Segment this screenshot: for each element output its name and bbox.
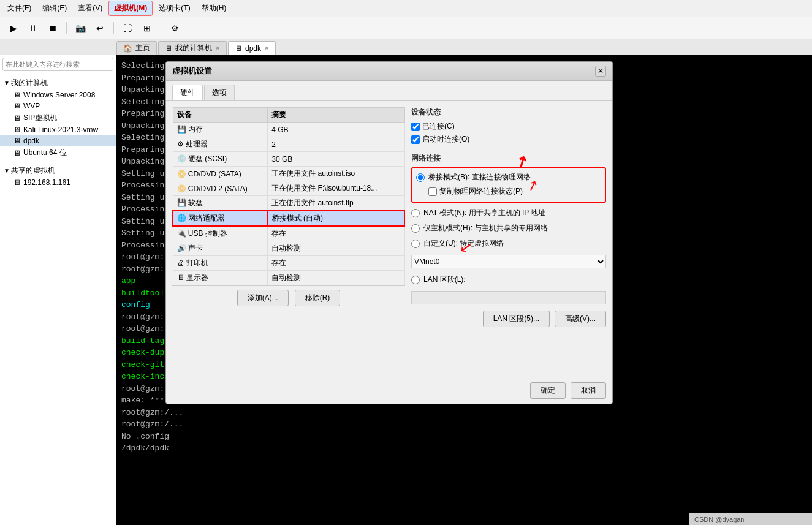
toolbar-btn-stop[interactable]: ⏹: [44, 20, 61, 37]
lan-section: LAN 区段(L):: [411, 273, 606, 304]
hostonly-radio-row: 仅主机模式(H): 与主机共享的专用网络: [411, 222, 606, 235]
toolbar-btn-restore[interactable]: ↩: [91, 20, 108, 37]
ok-button[interactable]: 确定: [530, 382, 566, 399]
device-row-display[interactable]: 🖥 显示器 自动检测: [173, 271, 404, 285]
device-row-hdd[interactable]: 💿 硬盘 (SCSI) 30 GB: [173, 152, 404, 167]
device-row-cdvd1[interactable]: 📀 CD/DVD (SATA) 正在使用文件 autoinst.iso: [173, 167, 404, 181]
wvp-icon: 🖥: [13, 102, 21, 110]
toolbar-btn-fullscreen[interactable]: ⛶: [119, 20, 136, 37]
device-row-sound[interactable]: 🔊 声卡 自动检测: [173, 241, 404, 256]
tab-mycomputer[interactable]: 🖥 我的计算机 ✕: [158, 41, 227, 55]
device-table: 设备 摘要 💾 内存 4 GB ⚙ 处理器: [172, 107, 405, 285]
device-row-network[interactable]: 🌐 网络适配器 桥接模式 (自动): [173, 211, 404, 226]
toolbar-separator-2: [113, 22, 114, 34]
device-row-printer[interactable]: 🖨 打印机 存在: [173, 256, 404, 271]
custom-radio[interactable]: [411, 240, 420, 248]
wvp-label: WVP: [23, 102, 40, 110]
menu-file[interactable]: 文件(F): [2, 1, 36, 15]
tab-home-icon: 🏠: [123, 44, 132, 53]
tab-dpdk[interactable]: 🖥 dpdk ✕: [228, 41, 276, 55]
tab-home-label: 主页: [135, 43, 150, 53]
menu-tab[interactable]: 选项卡(T): [154, 1, 195, 15]
toolbar-separator-1: [66, 22, 67, 34]
expand-icon-mycomputer: ▼: [4, 80, 10, 86]
search-input[interactable]: [2, 58, 113, 71]
menu-vm[interactable]: 虚拟机(M): [108, 1, 153, 16]
device-floppy-summary: 正在使用文件 autoinst.flp: [268, 196, 404, 211]
dialog-tab-options[interactable]: 选项: [204, 85, 235, 100]
lan-radio-row: LAN 区段(L):: [411, 273, 606, 286]
add-device-button[interactable]: 添加(A)...: [237, 290, 289, 306]
dialog-tabs: 硬件 选项: [166, 81, 612, 101]
sidebar-item-kali[interactable]: 🖥 Kali-Linux-2021.3-vmw: [0, 124, 116, 135]
advanced-button[interactable]: 高级(V)...: [555, 311, 606, 327]
autoconnect-label: 启动时连接(O): [422, 134, 469, 145]
menu-edit[interactable]: 编辑(E): [37, 1, 72, 15]
sidebar-item-192[interactable]: 🖥 192.168.1.161: [0, 177, 116, 188]
shared-vm-label: 192.168.1.161: [23, 178, 70, 187]
device-printer-summary: 存在: [268, 256, 404, 271]
sidebar-group-shared[interactable]: ▼ 共享的虚拟机: [0, 164, 116, 177]
sidebar-search-container: [0, 55, 116, 74]
device-row-floppy[interactable]: 💾 软盘 正在使用文件 autoinst.flp: [173, 196, 404, 211]
device-row-usb[interactable]: 🔌 USB 控制器 存在: [173, 226, 404, 241]
sidebar-item-sip[interactable]: 🖥 SIP虚拟机: [0, 111, 116, 124]
device-row-cpu[interactable]: ⚙ 处理器 2: [173, 137, 404, 152]
device-footer: 添加(A)... 移除(R): [172, 285, 405, 310]
dialog-tab-hardware[interactable]: 硬件: [172, 85, 203, 100]
tab-dpdk-close[interactable]: ✕: [264, 45, 269, 51]
sidebar-item-wvp[interactable]: 🖥 WVP: [0, 100, 116, 111]
sidebar: ▼ 我的计算机 🖥 Windows Server 2008 🖥 WVP 🖥 SI…: [0, 55, 116, 525]
hostonly-radio[interactable]: [411, 224, 420, 233]
bridge-radio[interactable]: [416, 173, 425, 182]
replicate-row: 复制物理网络连接状态(P): [416, 186, 601, 197]
sidebar-item-windows-server[interactable]: 🖥 Windows Server 2008: [0, 89, 116, 100]
replicate-checkbox[interactable]: [428, 187, 437, 196]
sidebar-item-dpdk[interactable]: 🖥 dpdk: [0, 135, 116, 146]
menu-help[interactable]: 帮助(H): [197, 1, 232, 15]
tab-mycomputer-close[interactable]: ✕: [215, 45, 220, 51]
lan-input[interactable]: [411, 291, 606, 304]
toolbar-btn-pause[interactable]: ⏸: [25, 20, 42, 37]
bridge-label: 桥接模式(B): 直接连接物理网络: [428, 172, 531, 183]
cancel-button[interactable]: 取消: [571, 382, 606, 399]
lan-radio[interactable]: [411, 276, 420, 284]
nat-radio[interactable]: [411, 209, 420, 217]
autoconnect-row: 启动时连接(O): [411, 134, 606, 145]
dpdk-label: dpdk: [23, 137, 39, 145]
vmnet-select[interactable]: VMnet0: [411, 255, 606, 268]
summary-col-header: 摘要: [268, 108, 404, 123]
nat-label: NAT 模式(N): 用于共享主机的 IP 地址: [423, 208, 545, 218]
toolbar-btn-unity[interactable]: ⊞: [138, 20, 156, 37]
sidebar-group-mycomputer[interactable]: ▼ 我的计算机: [0, 77, 116, 89]
device-sound-name: 🔊 声卡: [173, 241, 268, 256]
device-cdvd1-summary: 正在使用文件 autoinst.iso: [268, 167, 404, 181]
dialog-close-button[interactable]: ✕: [595, 66, 606, 77]
sip-label: SIP虚拟机: [23, 113, 57, 123]
toolbar-btn-prefs[interactable]: ⚙: [166, 20, 183, 37]
device-network-summary: 桥接模式 (自动): [268, 211, 404, 226]
tab-home[interactable]: 🏠 主页: [116, 41, 157, 55]
autoconnect-checkbox[interactable]: [411, 135, 420, 144]
toolbar-btn-snapshot[interactable]: 📷: [72, 20, 89, 37]
lan-segments-button[interactable]: LAN 区段(5)...: [483, 311, 550, 327]
toolbar-btn-1[interactable]: ▶: [5, 20, 22, 37]
sidebar-item-ubuntu[interactable]: 🖥 Ubuntu 64 位: [0, 146, 116, 159]
device-display-summary: 自动检测: [268, 271, 404, 285]
device-usb-summary: 存在: [268, 226, 404, 241]
toolbar-separator-3: [161, 22, 161, 34]
bridge-radio-row: 桥接模式(B): 直接连接物理网络: [416, 171, 601, 184]
device-row-cdvd2[interactable]: 📀 CD/DVD 2 (SATA) 正在使用文件 F:\iso\ubuntu-1…: [173, 181, 404, 196]
menu-view[interactable]: 查看(V): [73, 1, 107, 15]
device-col-header: 设备: [173, 108, 268, 123]
sidebar-group-mycomputer-label: 我的计算机: [11, 78, 48, 88]
remove-device-button[interactable]: 移除(R): [295, 290, 341, 306]
device-cdvd2-summary: 正在使用文件 F:\iso\ubuntu-18...: [268, 181, 404, 196]
expand-icon-shared: ▼: [4, 167, 10, 174]
connected-checkbox[interactable]: [411, 123, 420, 131]
dialog-title: 虚拟机设置: [172, 66, 212, 77]
device-row-memory[interactable]: 💾 内存 4 GB: [173, 123, 404, 137]
dialog-overlay: 虚拟机设置 ✕ 硬件 选项 设备: [116, 55, 812, 525]
device-memory-name: 💾 内存: [173, 123, 268, 137]
kali-label: Kali-Linux-2021.3-vmw: [23, 126, 98, 134]
